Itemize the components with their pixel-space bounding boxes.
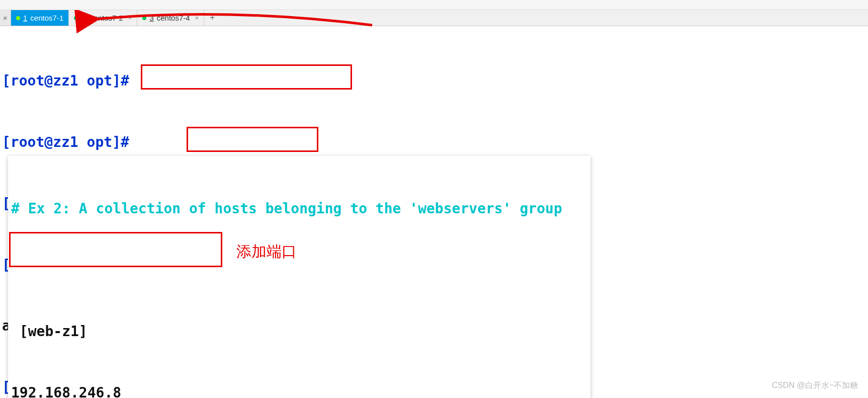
add-tab-button[interactable]: +	[204, 10, 220, 26]
status-dot-icon	[74, 16, 78, 20]
close-icon[interactable]: ×	[128, 14, 132, 22]
toolbar-strip	[0, 0, 868, 10]
status-dot-icon	[16, 16, 20, 20]
hosts-file-overlay: # Ex 2: A collection of hosts belonging …	[8, 156, 590, 398]
overlay-line: # Ex 2: A collection of hosts belonging …	[11, 199, 587, 219]
terminal[interactable]: [root@zz1 opt]# [root@zz1 opt]# [root@zz…	[0, 26, 868, 398]
tab-label: centos7-1	[30, 14, 63, 22]
tab-label: centos7-4	[157, 14, 190, 22]
status-dot-icon	[142, 16, 146, 20]
tab-number: 2	[81, 14, 85, 22]
watermark: CSDN @白开水~不加糖	[772, 380, 858, 391]
overlay-line	[11, 260, 587, 281]
overlay-host: 192.168.246.8	[11, 383, 587, 398]
prompt: [root@zz1 opt]#	[2, 134, 129, 150]
tab-number: 1	[23, 14, 27, 22]
tab-centos7-1[interactable]: 1 centos7-1	[11, 10, 69, 26]
tab-centos7-2[interactable]: 2 Centos7-2 ×	[69, 10, 137, 26]
tab-centos7-4[interactable]: 3 centos7-4 ×	[137, 10, 204, 26]
tab-number: 3	[149, 14, 153, 22]
overlay-group: [web-z1]	[11, 322, 587, 342]
prompt: [root@zz1 opt]#	[2, 72, 129, 89]
annotation-label-port: 添加端口	[236, 242, 297, 262]
close-icon[interactable]: ×	[0, 10, 11, 26]
tab-label: Centos7-2	[89, 14, 123, 22]
close-icon[interactable]: ×	[195, 14, 199, 22]
tab-bar: × 1 centos7-1 2 Centos7-2 × 3 centos7-4 …	[0, 10, 868, 26]
